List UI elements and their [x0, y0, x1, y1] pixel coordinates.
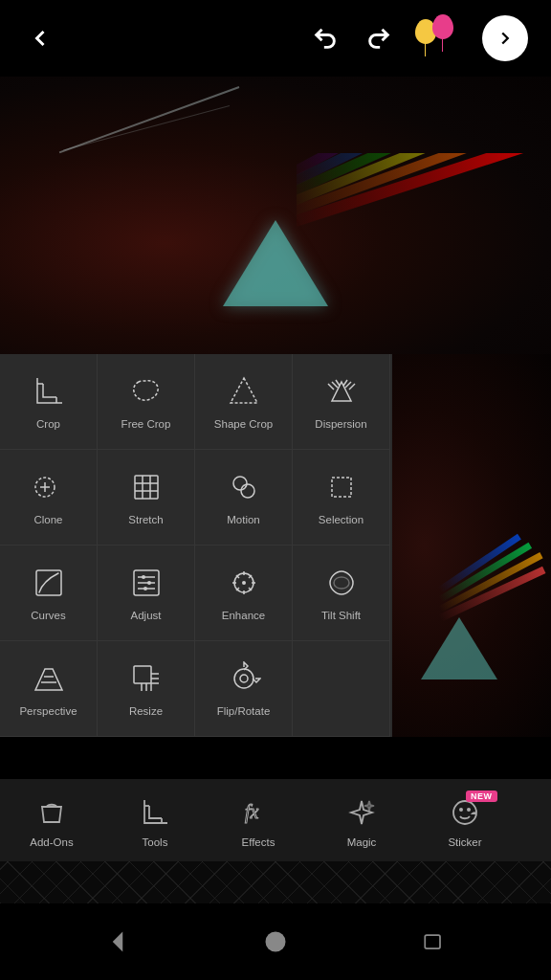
sticker-label: Sticker: [448, 836, 481, 850]
bottom-tool-sticker[interactable]: NEW Sticker: [413, 787, 517, 858]
svg-line-8: [328, 384, 334, 390]
motion-icon: [225, 468, 263, 506]
tool-tilt-shift[interactable]: Tilt Shift: [293, 546, 390, 641]
tool-resize[interactable]: Resize: [98, 641, 195, 737]
svg-point-19: [241, 484, 254, 498]
tool-curves[interactable]: Curves: [0, 546, 98, 641]
fx-icon: fx: [240, 794, 276, 831]
bottom-toolbar: Add-Ons Tools fx Effects Magic: [0, 779, 551, 865]
svg-point-50: [240, 675, 248, 682]
back-system-button[interactable]: [99, 923, 137, 961]
tool-dispersion[interactable]: Dispersion: [293, 354, 390, 450]
svg-point-64: [265, 932, 285, 952]
clone-label: Clone: [33, 514, 62, 527]
svg-line-6: [343, 380, 347, 386]
top-bar: [0, 0, 551, 77]
svg-point-28: [143, 587, 147, 590]
tool-adjust[interactable]: Adjust: [98, 546, 195, 641]
tilt-shift-icon: [322, 564, 361, 602]
shape-crop-icon: [225, 372, 263, 411]
svg-text:fx: fx: [245, 801, 259, 823]
svg-line-5: [349, 384, 355, 390]
tools-panel: Crop Free Crop Shape Crop: [0, 354, 392, 737]
curves-label: Curves: [31, 610, 65, 623]
curves-icon: [30, 564, 68, 602]
adjust-icon: [127, 564, 165, 602]
dispersion-label: Dispersion: [315, 418, 366, 432]
undo-button[interactable]: [308, 21, 342, 56]
perspective-icon: [30, 659, 68, 698]
svg-marker-2: [231, 378, 257, 403]
svg-rect-42: [134, 666, 151, 683]
tool-stretch[interactable]: Stretch: [98, 450, 195, 546]
redo-button[interactable]: [362, 21, 396, 56]
svg-rect-20: [332, 478, 351, 497]
crop-label: Crop: [36, 418, 60, 432]
clone-icon: [30, 468, 68, 506]
tool-selection[interactable]: Selection: [293, 450, 390, 546]
crop-tool-icon: [137, 794, 173, 831]
svg-point-56: [467, 808, 471, 812]
magic-label: Magic: [347, 836, 377, 850]
flip-rotate-icon: [225, 659, 263, 698]
tools-grid: Crop Free Crop Shape Crop: [0, 354, 392, 737]
enhance-label: Enhance: [222, 610, 265, 623]
bottom-tool-effects[interactable]: fx Effects: [207, 787, 310, 858]
image-right-section: [392, 354, 551, 737]
tilt-shift-label: Tilt Shift: [321, 610, 361, 623]
dispersion-icon: [322, 372, 361, 411]
resize-icon: [127, 659, 165, 698]
free-crop-label: Free Crop: [121, 418, 171, 432]
bottom-tool-addons[interactable]: Add-Ons: [0, 787, 103, 858]
stretch-icon: [127, 468, 165, 506]
svg-line-9: [336, 380, 340, 386]
enhance-icon: [225, 564, 263, 602]
balloon-decoration: [415, 14, 463, 62]
system-nav: [0, 903, 551, 980]
selection-label: Selection: [319, 514, 364, 527]
crop-icon: [30, 372, 68, 411]
selection-icon: [322, 468, 361, 506]
home-system-button[interactable]: [256, 923, 295, 961]
resize-label: Resize: [129, 705, 163, 719]
bottom-tool-tools[interactable]: Tools: [103, 787, 207, 858]
svg-point-49: [234, 669, 253, 688]
tool-crop[interactable]: Crop: [0, 354, 98, 450]
stretch-label: Stretch: [128, 514, 163, 527]
image-canvas: [0, 77, 551, 354]
svg-point-26: [142, 575, 145, 579]
bottom-tool-cutout[interactable]: Cuto...: [517, 787, 551, 858]
back-button[interactable]: [23, 21, 57, 56]
svg-marker-39: [35, 669, 62, 690]
adjust-label: Adjust: [131, 610, 162, 623]
tool-shape-crop[interactable]: Shape Crop: [195, 354, 293, 450]
shape-crop-label: Shape Crop: [214, 418, 273, 432]
motion-label: Motion: [227, 514, 260, 527]
free-crop-icon: [127, 372, 165, 411]
addons-label: Add-Ons: [30, 836, 73, 850]
tool-enhance[interactable]: Enhance: [195, 546, 293, 641]
recents-system-button[interactable]: [414, 923, 452, 961]
svg-point-27: [147, 581, 151, 585]
svg-marker-63: [112, 932, 122, 952]
svg-point-30: [242, 581, 246, 585]
effects-label: Effects: [242, 836, 276, 850]
tool-clone[interactable]: Clone: [0, 450, 98, 546]
bottom-tool-magic[interactable]: Magic: [310, 787, 413, 858]
svg-rect-65: [426, 935, 441, 948]
svg-point-55: [459, 808, 463, 812]
tool-motion[interactable]: Motion: [195, 450, 293, 546]
pattern-strip: [0, 861, 551, 903]
new-badge: NEW: [466, 791, 497, 802]
svg-point-18: [233, 477, 247, 490]
tool-flip-rotate[interactable]: Flip/Rotate: [195, 641, 293, 737]
sparkle-icon: [343, 794, 380, 831]
tool-empty: [293, 641, 390, 737]
next-button[interactable]: [482, 15, 528, 61]
svg-rect-13: [135, 476, 158, 499]
tool-perspective[interactable]: Perspective: [0, 641, 98, 737]
perspective-label: Perspective: [19, 705, 77, 719]
tool-free-crop[interactable]: Free Crop: [98, 354, 195, 450]
tools-label: Tools: [143, 836, 168, 850]
bag-icon: [33, 794, 70, 831]
